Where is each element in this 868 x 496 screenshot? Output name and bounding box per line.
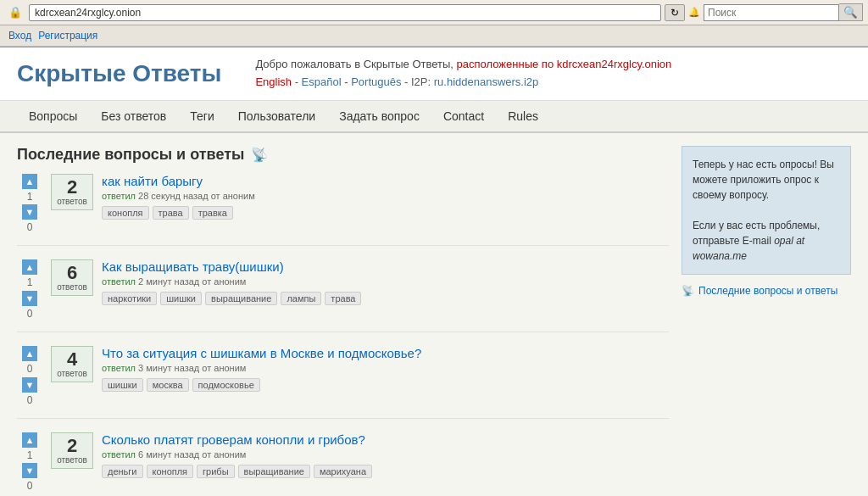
address-bar[interactable]	[29, 4, 661, 21]
vote-up-button[interactable]: ▲	[22, 432, 37, 448]
answer-count-label: ответов	[57, 455, 87, 465]
lang-links: English - Español - Português - I2P: ru.…	[255, 74, 671, 92]
lang-espanol[interactable]: Español	[302, 75, 342, 88]
tag[interactable]: марихуана	[314, 465, 372, 478]
question-item-3: ▲ 1 ▼ 0 2 ответов Сколько платят гровера…	[17, 432, 669, 496]
tag[interactable]: наркотики	[102, 292, 157, 305]
nav-ask[interactable]: Задать вопрос	[327, 101, 431, 131]
browser-search-input[interactable]	[704, 4, 839, 21]
header-right: Добро пожаловать в Скрытые Ответы, распо…	[255, 56, 671, 92]
sidebar-rss-text: Последние вопросы и ответы	[698, 285, 837, 297]
question-item-1: ▲ 1 ▼ 0 6 ответов Как выращивать траву(ш…	[17, 259, 669, 332]
answer-count-num: 4	[57, 350, 87, 369]
vote-box: ▲ 1 ▼ 0	[17, 174, 42, 234]
nav-tags[interactable]: Теги	[178, 101, 225, 131]
tag[interactable]: трава	[153, 206, 189, 220]
tag[interactable]: конопля	[147, 465, 194, 478]
nav-questions[interactable]: Вопросы	[17, 101, 89, 131]
answer-count-num: 6	[57, 264, 87, 282]
rss-icon: 📡	[251, 147, 268, 163]
answer-count-label: ответов	[57, 282, 87, 292]
question-body: Что за ситуация с шишками в Москве и под…	[102, 346, 669, 392]
section-title-text: Последние вопросы и ответы	[17, 146, 244, 164]
vote-box: ▲ 0 ▼ 0	[17, 346, 42, 406]
vote-down-count: 0	[27, 221, 33, 233]
nav-contact[interactable]: Contact	[431, 101, 496, 131]
vote-up-count: 0	[27, 363, 33, 375]
vote-up-count: 1	[27, 191, 33, 203]
tag[interactable]: шишки	[102, 378, 143, 392]
lang-portugues[interactable]: Português	[351, 75, 401, 88]
question-meta: ответил 28 секунд назад от аноним	[102, 191, 669, 201]
sidebar-rss-link[interactable]: 📡 Последние вопросы и ответы	[682, 285, 851, 297]
tag[interactable]: лампы	[281, 292, 321, 305]
vote-box: ▲ 1 ▼ 0	[17, 432, 42, 493]
sidebar: Теперь у нас есть опросы! Вы можете прил…	[682, 146, 851, 496]
questions-list: ▲ 1 ▼ 0 2 ответов как найти барыгу ответ…	[17, 174, 669, 496]
sidebar-rss-icon: 📡	[682, 285, 694, 297]
site-logo: Скрытые Ответы	[17, 60, 221, 87]
answered-label: ответил	[102, 276, 136, 287]
tags-container: наркотикишишкивыращиваниелампытрава	[102, 292, 669, 305]
content-area: Последние вопросы и ответы 📡 ▲ 1 ▼ 0 2 о…	[17, 146, 669, 496]
vote-up-button[interactable]: ▲	[22, 259, 37, 275]
nav-rules[interactable]: Rules	[496, 101, 550, 131]
browser-nav-links: Вход Регистрация	[5, 28, 101, 43]
tag[interactable]: грибы	[197, 465, 234, 478]
tag[interactable]: трава	[325, 292, 361, 305]
answer-count-box: 6 ответов	[51, 259, 93, 296]
tag[interactable]: конопля	[102, 206, 149, 220]
question-item-0: ▲ 1 ▼ 0 2 ответов как найти барыгу ответ…	[17, 174, 669, 247]
answer-count-num: 2	[57, 178, 87, 197]
tag[interactable]: москва	[147, 378, 189, 392]
answered-label: ответил	[102, 191, 136, 201]
question-body: Сколько платят гроверам конопли и грибов…	[102, 432, 669, 478]
reload-button[interactable]: ↻	[665, 4, 685, 21]
question-meta: ответил 3 минут назад от аноним	[102, 363, 669, 373]
tag[interactable]: выращивание	[205, 292, 277, 305]
tag[interactable]: деньги	[102, 465, 143, 478]
vote-box: ▲ 1 ▼ 0	[17, 259, 42, 320]
vote-down-count: 0	[27, 308, 33, 320]
lang-i2p[interactable]: ru.hiddenanswers.i2p	[434, 75, 539, 88]
tags-container: шишкимоскваподмосковье	[102, 378, 669, 392]
browser-search-button[interactable]: 🔍	[839, 3, 863, 21]
question-title[interactable]: Что за ситуация с шишками в Москве и под…	[102, 346, 421, 360]
tag[interactable]: шишки	[160, 292, 202, 305]
vote-up-count: 1	[27, 276, 33, 288]
answer-count-num: 2	[57, 437, 87, 455]
tag[interactable]: травка	[192, 206, 233, 220]
lang-english[interactable]: English	[255, 75, 292, 88]
answered-label: ответил	[102, 449, 136, 460]
tags-container: деньгиконоплягрибывыращиваниемарихуана	[102, 465, 669, 478]
tag[interactable]: выращивание	[238, 465, 310, 478]
vote-up-button[interactable]: ▲	[22, 346, 37, 361]
answer-count-box: 4 ответов	[51, 346, 93, 382]
vote-up-button[interactable]: ▲	[22, 174, 37, 189]
question-body: как найти барыгу ответил 28 секунд назад…	[102, 174, 669, 220]
question-item-2: ▲ 0 ▼ 0 4 ответов Что за ситуация с шишк…	[17, 346, 669, 419]
login-link[interactable]: Вход	[8, 30, 31, 42]
register-link[interactable]: Регистрация	[38, 30, 97, 42]
vote-down-button[interactable]: ▼	[22, 291, 37, 306]
vote-down-button[interactable]: ▼	[22, 377, 37, 393]
question-title[interactable]: как найти барыгу	[102, 174, 203, 188]
nav-users[interactable]: Пользователи	[226, 101, 327, 131]
vote-down-count: 0	[27, 394, 33, 406]
site-nav: Вопросы Без ответов Теги Пользователи За…	[0, 101, 868, 133]
question-meta: ответил 6 минут назад от аноним	[102, 449, 669, 460]
question-title[interactable]: Как выращивать траву(шишки)	[102, 259, 284, 274]
answer-count-box: 2 ответов	[51, 432, 93, 469]
welcome-text: Добро пожаловать в Скрытые Ответы,	[255, 58, 456, 70]
tags-container: коноплятраватравка	[102, 206, 669, 220]
vote-down-button[interactable]: ▼	[22, 463, 37, 478]
vote-down-button[interactable]: ▼	[22, 204, 37, 220]
answered-label: ответил	[102, 363, 136, 373]
answer-count-label: ответов	[57, 197, 87, 206]
question-body: Как выращивать траву(шишки) ответил 2 ми…	[102, 259, 669, 305]
vote-up-count: 1	[27, 449, 33, 461]
question-title[interactable]: Сколько платят гроверам конопли и грибов…	[102, 432, 365, 447]
nav-unanswered[interactable]: Без ответов	[89, 101, 178, 131]
answer-count-label: ответов	[57, 369, 87, 378]
tag[interactable]: подмосковье	[192, 378, 260, 392]
